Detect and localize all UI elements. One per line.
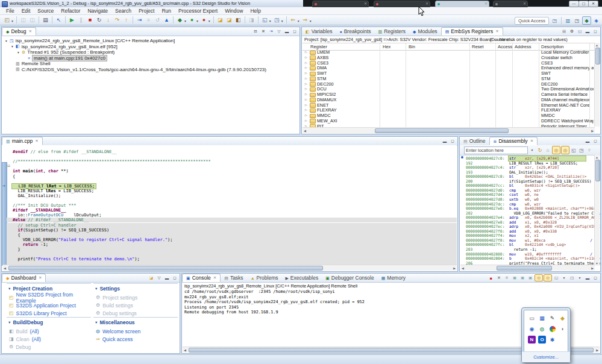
section-collapse-icon[interactable]: ▼ xyxy=(8,287,11,290)
minimize-view-icon[interactable]: ▬ xyxy=(441,138,448,144)
terminate-icon[interactable]: ■ xyxy=(86,16,94,24)
tab-close-icon[interactable]: ✕ xyxy=(213,275,216,280)
new-window-icon-dropdown[interactable]: ▼ xyxy=(269,19,272,23)
build-all-icon[interactable]: ◧ xyxy=(234,16,242,24)
view-menu-icon[interactable]: ▽ xyxy=(155,275,163,281)
column-header-bin[interactable]: Bin xyxy=(409,44,415,49)
menu-search[interactable]: Search xyxy=(111,8,135,14)
quick-access-box[interactable]: Quick Access xyxy=(515,17,549,25)
tree-expander-icon[interactable]: ▾ xyxy=(11,45,16,48)
new-window-icon[interactable]: ◱ xyxy=(261,16,269,24)
debug-icon[interactable]: ◆ xyxy=(176,16,184,24)
tab-close-icon[interactable]: ✕ xyxy=(484,1,488,5)
tab-close-icon[interactable]: ✕ xyxy=(495,29,498,34)
maximize-view-icon[interactable]: ◻ xyxy=(592,28,599,34)
display-console-dropdown-icon[interactable]: ▼ xyxy=(576,275,583,281)
embsys-vertical-scrollbar[interactable]: ▲ xyxy=(594,43,600,127)
collapse-all-icon[interactable]: ⊟ xyxy=(252,28,259,34)
maximize-view-icon[interactable]: ◻ xyxy=(592,275,599,281)
tree-expander-icon[interactable]: ▷ xyxy=(305,61,307,64)
register-row-swt[interactable]: ▷SWTSWT xyxy=(303,71,595,76)
view-menu-icon[interactable]: ▽ xyxy=(275,28,283,34)
tree-expander-icon[interactable]: ▾ xyxy=(5,39,10,43)
pin-view-icon[interactable]: ◳ xyxy=(578,146,585,154)
tray-customize-link[interactable]: Customize... xyxy=(522,351,570,362)
follow-pc-icon[interactable]: ◎ xyxy=(561,146,569,154)
register-row-axbs[interactable]: ▷AXBSCrossbar switch xyxy=(303,55,595,60)
tree-expander-icon[interactable]: ▷ xyxy=(305,98,307,101)
tree-expander-icon[interactable]: ▷ xyxy=(305,55,307,59)
step-return-icon[interactable]: ↑ xyxy=(122,16,130,24)
debug-tree-row[interactable]: ▾◧isp_sonyimx224_rgb_yuv_gs8_linux.elf [… xyxy=(11,44,118,50)
show-execution-icon[interactable]: ≡ xyxy=(145,16,152,24)
tasks-icon[interactable]: ▤ xyxy=(560,28,568,34)
tab-memory[interactable]: ▦Memory xyxy=(378,274,409,282)
menu-run[interactable]: Run xyxy=(158,8,175,14)
tab-main-cpp[interactable]: ▥main.cpp✕ xyxy=(2,137,43,145)
section-collapse-icon[interactable]: ▼ xyxy=(95,287,98,290)
register-row-dmamux[interactable]: ▷DMAMUXDMA channel multiplexor xyxy=(303,97,595,102)
terminate-console-icon[interactable]: ■ xyxy=(488,275,495,281)
debug-tree-row[interactable]: ▥Remote Shell xyxy=(11,61,51,67)
open-project-icon[interactable]: ◪ xyxy=(216,16,224,24)
maximize-view-icon[interactable]: ◻ xyxy=(592,138,599,144)
run-icon-dropdown[interactable]: ▼ xyxy=(196,19,199,23)
tree-expander-icon[interactable]: ▷ xyxy=(305,103,307,107)
tab-close-icon[interactable]: ✕ xyxy=(39,275,42,280)
new-view-icon[interactable]: ◱ xyxy=(570,146,577,154)
section-title[interactable]: ▼Miscellaneous xyxy=(93,317,178,327)
tree-expander-icon[interactable]: ▷ xyxy=(305,108,307,111)
new-icon[interactable]: ◰ xyxy=(3,16,11,24)
relaunch-icon[interactable]: ↺ xyxy=(154,16,161,24)
menu-file[interactable]: File xyxy=(2,8,18,14)
dashboard-link-quick-access[interactable]: ⇒Quick access xyxy=(93,335,178,343)
bluetooth-icon[interactable]: ◉ xyxy=(528,325,536,333)
pen-icon[interactable]: ✎ xyxy=(548,314,556,322)
tab-registers[interactable]: ▥Registers xyxy=(375,27,410,36)
shield-icon[interactable]: ◆ xyxy=(559,314,566,322)
resume-icon[interactable]: ▶ xyxy=(68,16,76,24)
tab-console[interactable]: ▣Console✕ xyxy=(182,274,221,282)
register-row-stm[interactable]: ▷STMSTM xyxy=(303,76,595,81)
open-project-icon[interactable]: ◪ xyxy=(148,275,155,281)
home-icon[interactable]: ⌂ xyxy=(544,146,551,154)
instruction-stepping-icon[interactable]: ⇥ xyxy=(268,28,275,34)
word-wrap-icon[interactable]: ▣ xyxy=(519,275,526,281)
tab-close-icon[interactable]: ✕ xyxy=(28,29,31,34)
location-input[interactable] xyxy=(464,146,528,154)
tab-close-icon[interactable]: ✕ xyxy=(425,1,428,5)
column-header-address[interactable]: Address xyxy=(515,44,531,49)
maximize-view-icon[interactable]: ◻ xyxy=(449,138,456,144)
scroll-lock-icon[interactable]: ▣ xyxy=(511,275,518,281)
forward-icon-dropdown[interactable]: ▼ xyxy=(309,19,312,23)
menu-edit[interactable]: Edit xyxy=(18,8,34,14)
new-icon-dropdown[interactable]: ▼ xyxy=(11,19,14,23)
register-table[interactable]: ▷LMEMLocal Memory Controller▷AXBSCrossba… xyxy=(302,49,600,129)
column-header-reset[interactable]: Reset xyxy=(472,44,484,49)
device-icon[interactable]: ◗ xyxy=(559,325,566,333)
disassembly-vertical-scrollbar[interactable]: ▲ ▼ xyxy=(594,155,600,266)
tab-dashboard[interactable]: ◆Dashboard✕ xyxy=(2,274,46,282)
menu-window[interactable]: Window xyxy=(221,8,246,14)
show-stdout-icon[interactable]: ◎ xyxy=(535,274,543,281)
flash-icon-dropdown[interactable]: ▼ xyxy=(208,19,211,23)
chrome-icon[interactable] xyxy=(548,325,556,333)
window-close-button[interactable]: ✕ xyxy=(588,1,598,7)
debug-tree-row[interactable]: ▾◳isp_sonyimx224_rgb_yuv_gs8_Remote_Linu… xyxy=(5,38,175,44)
register-row-dcu[interactable]: ▷DCUTwo Dimensional Animation and C xyxy=(303,86,595,92)
remove-all-icon[interactable]: ✖ xyxy=(260,28,267,34)
minimize-view-icon[interactable]: ▬ xyxy=(584,138,591,144)
minimize-view-icon[interactable]: ▬ xyxy=(584,275,591,281)
minimize-view-icon[interactable]: ▬ xyxy=(584,28,591,34)
remove-all-launches-icon[interactable]: ✖ xyxy=(503,275,510,281)
window-minimize-button[interactable]: ― xyxy=(569,1,579,7)
menu-project[interactable]: Project xyxy=(135,8,158,14)
register-row-lmem[interactable]: ▷LMEMLocal Memory Controller xyxy=(303,49,595,55)
snowflake-icon[interactable]: ✱ xyxy=(548,336,556,344)
menu-refactor[interactable]: Refactor xyxy=(57,8,84,14)
tree-expander-icon[interactable]: ▷ xyxy=(305,119,307,122)
tree-expander-icon[interactable]: ▷ xyxy=(305,66,307,69)
tree-expander-icon[interactable]: ▷ xyxy=(305,92,307,96)
tab-tasks[interactable]: ▤Tasks xyxy=(221,274,246,282)
refresh-icon[interactable]: ↻ xyxy=(536,146,544,154)
